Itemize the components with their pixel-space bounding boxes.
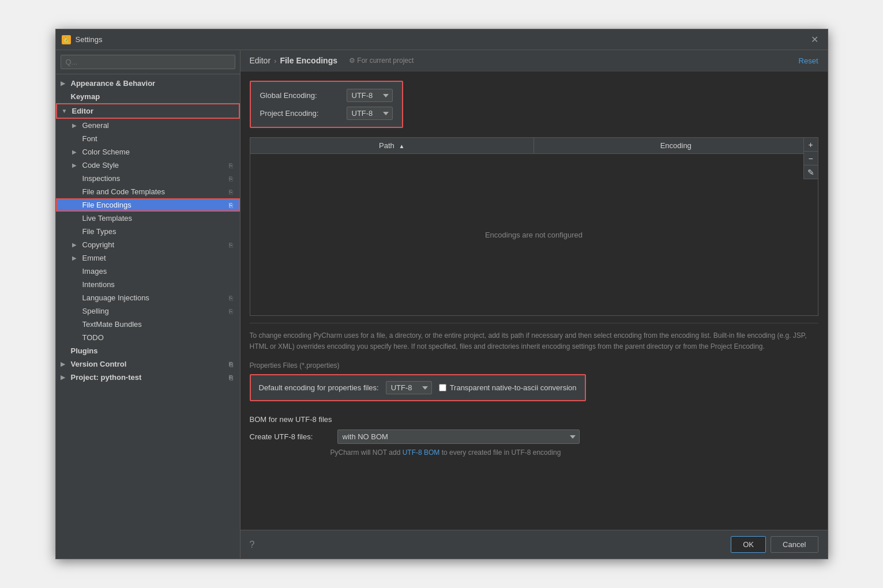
- nav-tree: ▶ Appearance & Behavior Keymap ▼ Editor …: [56, 74, 240, 386]
- bom-hint: PyCharm will NOT add UTF-8 BOM to every …: [250, 448, 818, 457]
- sidebar-item-language-injections[interactable]: Language Injections ⎘: [56, 291, 240, 304]
- project-icon: ⎘: [229, 189, 233, 195]
- global-encoding-row: Global Encoding: UTF-8: [260, 89, 393, 102]
- sidebar-item-general[interactable]: ▶ General: [56, 119, 240, 132]
- table-actions: + − ✎: [803, 138, 818, 179]
- project-icon: ⎘: [229, 361, 233, 368]
- path-column-header[interactable]: Path ▲: [250, 138, 535, 153]
- sidebar-item-font[interactable]: Font: [56, 132, 240, 145]
- properties-encoding-select[interactable]: UTF-8: [386, 381, 432, 394]
- app-icon: 🐍: [62, 35, 71, 44]
- sidebar-item-file-types[interactable]: File Types: [56, 225, 240, 238]
- properties-section-label: Properties Files (*.properties): [250, 361, 818, 370]
- description-text: To change encoding PyCharm uses for a fi…: [250, 323, 818, 352]
- sidebar-item-color-scheme[interactable]: ▶ Color Scheme: [56, 145, 240, 159]
- sidebar-item-todo[interactable]: TODO: [56, 331, 240, 344]
- dialog-body: ▶ Appearance & Behavior Keymap ▼ Editor …: [56, 50, 828, 559]
- sidebar-item-plugins[interactable]: Plugins: [56, 344, 240, 357]
- sidebar-item-intentions[interactable]: Intentions: [56, 278, 240, 291]
- sidebar-item-file-encodings[interactable]: File Encodings ⎘: [56, 198, 240, 212]
- arrow-icon: ▶: [72, 242, 80, 248]
- edit-encoding-button[interactable]: ✎: [804, 165, 818, 179]
- sidebar-item-editor[interactable]: ▼ Editor: [56, 103, 240, 119]
- sidebar-item-project[interactable]: ▶ Project: python-test ⎘: [56, 371, 240, 384]
- dialog-footer: ? OK Cancel: [241, 530, 828, 559]
- sidebar-item-spelling[interactable]: Spelling ⎘: [56, 304, 240, 318]
- sidebar-item-emmet[interactable]: ▶ Emmet: [56, 251, 240, 265]
- arrow-icon: ▶: [72, 162, 80, 168]
- arrow-icon: ▶: [72, 122, 80, 129]
- transparent-checkbox[interactable]: [439, 384, 446, 391]
- project-icon: ⎘: [229, 374, 233, 381]
- cancel-button[interactable]: Cancel: [771, 536, 818, 553]
- project-icon: ⎘: [229, 308, 233, 315]
- sidebar-item-appearance[interactable]: ▶ Appearance & Behavior: [56, 77, 240, 90]
- main-content: Editor › File Encodings ⚙ For current pr…: [241, 50, 828, 559]
- close-button[interactable]: ✕: [807, 33, 822, 46]
- breadcrumb-bar: Editor › File Encodings ⚙ For current pr…: [241, 50, 828, 71]
- sidebar: ▶ Appearance & Behavior Keymap ▼ Editor …: [56, 50, 241, 559]
- properties-default-label: Default encoding for properties files:: [259, 383, 379, 392]
- arrow-icon: ▶: [61, 374, 69, 380]
- add-encoding-button[interactable]: +: [804, 138, 818, 152]
- global-encoding-select[interactable]: UTF-8: [347, 89, 393, 102]
- sort-arrow-icon: ▲: [399, 143, 404, 149]
- breadcrumb-separator: ›: [274, 56, 276, 65]
- settings-icon: ⚙: [349, 56, 355, 65]
- remove-encoding-button[interactable]: −: [804, 152, 818, 165]
- search-bar: [56, 50, 240, 74]
- sidebar-item-inspections[interactable]: Inspections ⎘: [56, 172, 240, 185]
- arrow-icon: ▼: [62, 108, 70, 114]
- project-icon: ⎘: [229, 202, 233, 209]
- project-icon: ⎘: [229, 162, 233, 169]
- project-icon: ⎘: [229, 175, 233, 182]
- sidebar-item-version-control[interactable]: ▶ Version Control ⎘: [56, 357, 240, 371]
- global-encoding-label: Global Encoding:: [260, 91, 347, 100]
- project-icon: ⎘: [229, 242, 233, 248]
- breadcrumb-hint-text: For current project: [357, 56, 414, 65]
- bom-create-label: Create UTF-8 files:: [250, 432, 330, 441]
- sidebar-item-textmate-bundles[interactable]: TextMate Bundles: [56, 318, 240, 331]
- transparent-checkbox-area: Transparent native-to-ascii conversion: [439, 383, 577, 392]
- project-encoding-label: Project Encoding:: [260, 109, 347, 118]
- sidebar-item-code-style[interactable]: ▶ Code Style ⎘: [56, 159, 240, 172]
- breadcrumb-current: File Encodings: [280, 56, 337, 65]
- ok-button[interactable]: OK: [731, 536, 766, 553]
- bom-section-title: BOM for new UTF-8 files: [250, 415, 818, 424]
- sidebar-item-copyright[interactable]: ▶ Copyright ⎘: [56, 238, 240, 251]
- table-header: Path ▲ Encoding: [250, 138, 818, 154]
- bom-section: BOM for new UTF-8 files Create UTF-8 fil…: [250, 415, 818, 457]
- project-encoding-row: Project Encoding: UTF-8: [260, 107, 393, 120]
- arrow-icon: ▶: [61, 361, 69, 367]
- encoding-column-header[interactable]: Encoding: [534, 138, 818, 153]
- properties-box: Default encoding for properties files: U…: [250, 374, 586, 401]
- utf8-bom-link[interactable]: UTF-8 BOM: [403, 448, 440, 457]
- settings-dialog: 🐍 Settings ✕ ▶ Appearance & Behavior Key…: [55, 29, 828, 559]
- arrow-icon: ▶: [72, 255, 80, 261]
- sidebar-item-images[interactable]: Images: [56, 265, 240, 278]
- arrow-icon: ▶: [61, 80, 69, 86]
- empty-message: Encodings are not configured: [485, 231, 583, 239]
- arrow-icon: ▶: [72, 149, 80, 155]
- dialog-title: Settings: [76, 35, 807, 44]
- help-button[interactable]: ?: [250, 540, 255, 550]
- bom-create-row: Create UTF-8 files: with NO BOM with BOM: [250, 429, 818, 444]
- table-body: Encodings are not configured: [250, 154, 818, 315]
- bom-create-select[interactable]: with NO BOM with BOM: [337, 429, 580, 444]
- encoding-box: Global Encoding: UTF-8 Project Encoding:…: [250, 81, 403, 128]
- breadcrumb-parent: Editor: [250, 56, 271, 65]
- sidebar-item-file-code-templates[interactable]: File and Code Templates ⎘: [56, 185, 240, 198]
- search-input[interactable]: [61, 55, 235, 69]
- content-area: Global Encoding: UTF-8 Project Encoding:…: [241, 71, 828, 530]
- breadcrumb-hint: ⚙ For current project: [349, 56, 414, 65]
- sidebar-item-live-templates[interactable]: Live Templates: [56, 212, 240, 225]
- encodings-table: Path ▲ Encoding Encodings are not config…: [250, 137, 818, 316]
- project-encoding-select[interactable]: UTF-8: [347, 107, 393, 120]
- project-icon: ⎘: [229, 295, 233, 301]
- title-bar: 🐍 Settings ✕: [56, 29, 828, 50]
- transparent-label: Transparent native-to-ascii conversion: [450, 383, 577, 392]
- reset-button[interactable]: Reset: [799, 56, 818, 65]
- sidebar-item-keymap[interactable]: Keymap: [56, 90, 240, 103]
